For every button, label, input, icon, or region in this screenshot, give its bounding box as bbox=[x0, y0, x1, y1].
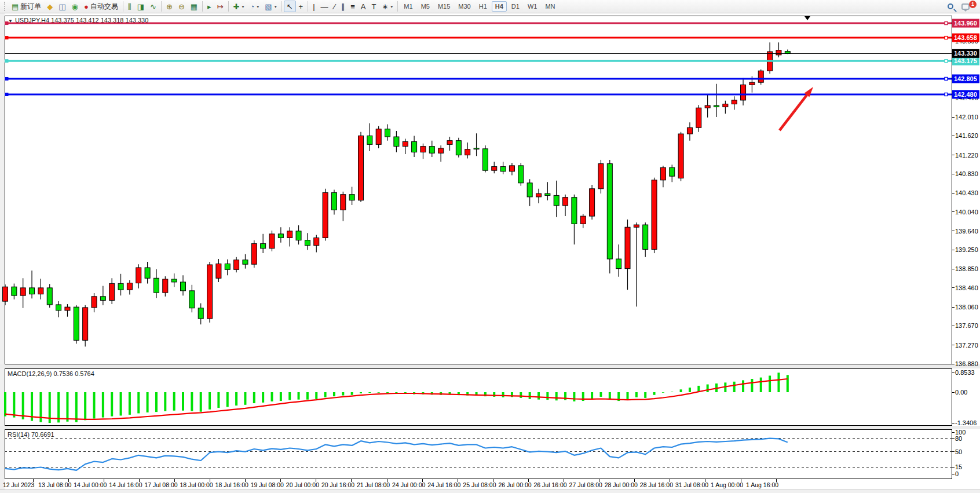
candle-body bbox=[554, 195, 559, 205]
timeframe-button-m1[interactable]: M1 bbox=[400, 1, 416, 12]
fibonacci-icon: ≡ bbox=[350, 3, 355, 10]
rsi-axis-label: 80 bbox=[955, 435, 962, 442]
auto-scroll-icon[interactable]: ▸ bbox=[204, 1, 214, 12]
text-label-icon[interactable]: T bbox=[368, 1, 379, 12]
timeframe-button-w1[interactable]: W1 bbox=[524, 1, 541, 12]
hline-left-handle[interactable] bbox=[5, 60, 8, 63]
chat-icon[interactable] bbox=[961, 3, 970, 10]
candle-body bbox=[30, 288, 35, 294]
candle-body bbox=[243, 260, 248, 264]
timeframe-button-m30[interactable]: M30 bbox=[455, 1, 474, 12]
cursor-icon[interactable]: ↖ bbox=[284, 1, 296, 12]
main-panel-frame bbox=[5, 16, 952, 364]
new-order-button[interactable]: ▤新订单 bbox=[9, 1, 44, 12]
price-axis-label: 137.270 bbox=[955, 342, 978, 349]
hline-right-handle[interactable] bbox=[945, 22, 948, 25]
search-icon[interactable] bbox=[948, 3, 953, 9]
timeframe-button-h4[interactable]: H4 bbox=[492, 1, 507, 12]
candle-body bbox=[287, 231, 292, 238]
candle-body bbox=[652, 180, 657, 250]
chevron-down-icon: ▾ bbox=[257, 4, 259, 9]
crosshair-icon[interactable]: + bbox=[296, 1, 306, 12]
timeframe-button-m5[interactable]: M5 bbox=[418, 1, 433, 12]
line-chart-icon[interactable]: ∿ bbox=[147, 1, 159, 12]
trendline-icon[interactable]: ∕ bbox=[331, 1, 338, 12]
candle-body bbox=[687, 127, 692, 134]
crosshair-icon: + bbox=[299, 3, 303, 10]
text-icon[interactable]: A bbox=[358, 1, 369, 12]
zoom-in-icon[interactable]: ⊕ bbox=[163, 1, 175, 12]
hline-right-handle[interactable] bbox=[945, 60, 948, 63]
panel-splitter[interactable] bbox=[0, 426, 980, 429]
zoom-out-icon[interactable]: ⊖ bbox=[175, 1, 188, 12]
candle-body bbox=[723, 104, 728, 107]
panel-splitter[interactable] bbox=[0, 364, 980, 368]
hline-right-handle[interactable] bbox=[945, 36, 948, 39]
hline-left-handle[interactable] bbox=[5, 22, 8, 25]
equidistant-channel-icon[interactable]: ∥ bbox=[338, 1, 348, 12]
bar-chart-icon[interactable]: ⫼ bbox=[125, 1, 134, 12]
candle-body bbox=[359, 136, 364, 200]
text-icon: A bbox=[361, 3, 366, 10]
horizontal-line-icon[interactable]: — bbox=[318, 1, 331, 12]
vertical-line-icon[interactable]: | bbox=[310, 1, 317, 12]
macd-axis-label: -1.3406 bbox=[955, 419, 977, 426]
auto-scroll-icon: ▸ bbox=[207, 3, 211, 10]
timeframe-button-m15[interactable]: M15 bbox=[434, 1, 454, 12]
price-badge-143.960-text: 143.960 bbox=[954, 20, 977, 27]
signals-icon[interactable]: ◉ bbox=[69, 1, 81, 12]
indicators-icon[interactable]: ✚▾ bbox=[231, 1, 247, 12]
mql5-icon: ◆ bbox=[47, 3, 53, 10]
fibonacci-icon[interactable]: ≡ bbox=[348, 1, 358, 12]
notification-badge[interactable]: 1 bbox=[969, 1, 977, 8]
text-label-icon: T bbox=[371, 3, 376, 10]
time-axis-label: 1 Aug 00:00 bbox=[711, 481, 743, 488]
arrows-icon[interactable]: ∗▾ bbox=[379, 1, 396, 12]
candle-body bbox=[572, 198, 577, 224]
timeframe-button-d1[interactable]: D1 bbox=[508, 1, 523, 12]
candle-body bbox=[92, 297, 97, 308]
price-axis-label: 141.220 bbox=[955, 152, 978, 159]
price-badge-142.805-text: 142.805 bbox=[954, 75, 977, 82]
new-order-button: ▤ bbox=[12, 3, 19, 10]
chevron-down-icon: ▾ bbox=[275, 4, 277, 9]
periods-icon[interactable]: ◔▾ bbox=[247, 1, 262, 12]
hline-left-handle[interactable] bbox=[5, 93, 8, 96]
hline-left-handle[interactable] bbox=[5, 77, 8, 80]
candle-body bbox=[251, 243, 257, 264]
chart-canvas[interactable]: 143.590142.410142.010141.620141.220140.8… bbox=[0, 0, 980, 493]
mql5-icon[interactable]: ◆ bbox=[44, 1, 56, 12]
candle-body bbox=[136, 268, 141, 283]
time-axis-label: 14 Jul 00:00 bbox=[74, 481, 107, 488]
candle-body bbox=[385, 129, 390, 137]
toolbar-separator bbox=[308, 1, 308, 12]
candle-body bbox=[509, 166, 514, 171]
hline-left-handle[interactable] bbox=[5, 36, 8, 39]
red-arrow-annotation[interactable] bbox=[780, 95, 807, 130]
chevron-down-icon: ▾ bbox=[242, 4, 244, 9]
time-axis-label: 26 Jul 16:00 bbox=[534, 481, 567, 488]
macd-axis-label: 0.00 bbox=[955, 389, 967, 396]
time-axis-label: 18 Jul 16:00 bbox=[215, 481, 248, 488]
toolbar-separator bbox=[397, 1, 398, 12]
candle-body bbox=[314, 238, 319, 245]
timeframe-button-h1[interactable]: H1 bbox=[476, 1, 491, 12]
auto-trading-button[interactable]: ●自动交易 bbox=[81, 1, 121, 12]
toolbar-separator bbox=[228, 1, 229, 12]
price-axis-label: 138.060 bbox=[955, 304, 978, 311]
rsi-panel-frame bbox=[5, 429, 952, 479]
templates-icon[interactable]: ▧▾ bbox=[262, 1, 279, 12]
candlestick-chart-icon[interactable]: ◨ bbox=[134, 1, 147, 12]
tile-windows-icon[interactable]: ▦ bbox=[188, 1, 200, 12]
chart-shift-icon[interactable]: ↦ bbox=[214, 1, 226, 12]
candle-body bbox=[296, 231, 301, 240]
hline-right-handle[interactable] bbox=[945, 93, 948, 96]
candle-body bbox=[145, 268, 150, 278]
candle-body bbox=[394, 137, 399, 147]
candle-body bbox=[518, 166, 524, 183]
timeframe-button-mn[interactable]: MN bbox=[542, 1, 558, 12]
candle-body bbox=[465, 149, 470, 155]
market-watch-icon[interactable]: ◫ bbox=[56, 1, 68, 12]
hline-right-handle[interactable] bbox=[945, 77, 948, 80]
chart-shift-marker[interactable] bbox=[805, 16, 810, 20]
